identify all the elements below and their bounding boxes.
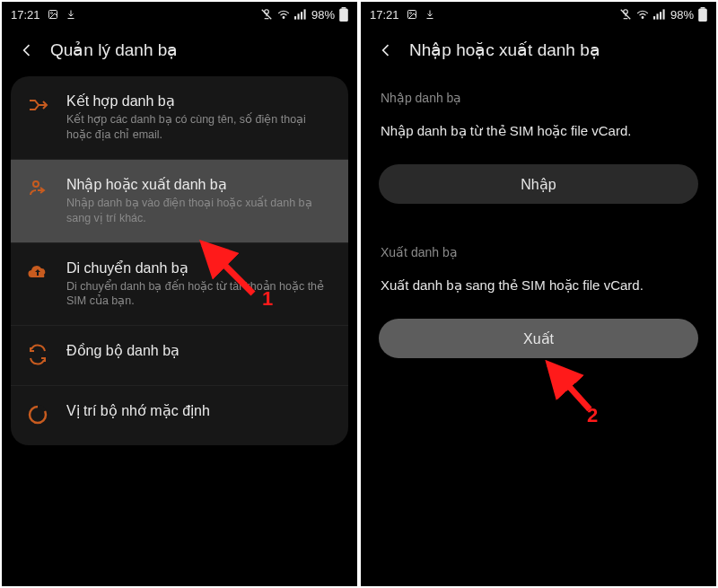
svg-point-16 [642, 17, 644, 19]
mute-icon [260, 8, 273, 21]
status-battery-pct: 98% [311, 8, 335, 22]
page-title: Nhập hoặc xuất danh bạ [409, 39, 600, 60]
item-title: Nhập hoặc xuất danh bạ [66, 176, 332, 193]
item-title: Vị trí bộ nhớ mặc định [66, 402, 332, 419]
svg-rect-9 [339, 9, 348, 22]
screenshot-icon [48, 9, 58, 20]
item-sub: Di chuyển danh bạ đến hoặc từ tài khoản … [66, 279, 332, 310]
cloud-upload-icon [27, 261, 50, 286]
import-label: Nhập danh bạ [381, 91, 696, 105]
status-time: 17:21 [370, 8, 399, 22]
annotation-number-2: 2 [587, 404, 598, 427]
item-title: Di chuyển danh bạ [66, 259, 332, 276]
settings-card: Kết hợp danh bạ Kết hợp các danh bạ có c… [11, 76, 348, 445]
download-icon [425, 9, 435, 20]
annotation-arrow-2 [536, 354, 608, 417]
svg-rect-21 [701, 7, 705, 9]
export-button[interactable]: Xuất [379, 319, 698, 358]
svg-rect-6 [301, 12, 302, 19]
download-icon [66, 9, 76, 20]
sync-icon [27, 344, 50, 369]
battery-icon [698, 7, 707, 22]
page-title: Quản lý danh bạ [50, 39, 178, 60]
svg-point-2 [265, 10, 269, 14]
export-text: Xuất danh bạ sang thẻ SIM hoặc file vCar… [381, 277, 696, 294]
svg-line-23 [549, 364, 590, 409]
signal-icon [653, 9, 666, 20]
item-sub: Nhập danh bạ vào điện thoại hoặc xuất da… [66, 196, 332, 226]
svg-rect-20 [662, 9, 664, 19]
phone-right: 17:21 98% Nhậ [361, 2, 716, 586]
screenshot-icon [407, 9, 417, 20]
phone-left: 17:21 98% Quả [2, 2, 357, 586]
back-icon[interactable] [377, 41, 395, 59]
svg-rect-17 [653, 16, 655, 20]
merge-icon [27, 94, 50, 119]
import-button[interactable]: Nhập [379, 164, 698, 204]
status-time: 17:21 [11, 8, 40, 22]
svg-rect-8 [342, 7, 346, 9]
back-icon[interactable] [18, 41, 36, 59]
item-title: Kết hợp danh bạ [66, 92, 332, 110]
export-section: Xuất danh bạ Xuất danh bạ sang thẻ SIM h… [361, 231, 716, 319]
wifi-icon [636, 9, 649, 20]
storage-icon [27, 404, 50, 429]
signal-icon [294, 9, 307, 20]
import-button-label: Nhập [521, 176, 556, 193]
item-default-storage[interactable]: Vị trí bộ nhớ mặc định [11, 385, 348, 445]
export-button-label: Xuất [523, 330, 554, 347]
export-label: Xuất danh bạ [381, 245, 696, 259]
svg-rect-22 [698, 9, 707, 22]
svg-point-14 [409, 13, 411, 14]
svg-rect-19 [660, 12, 661, 19]
item-merge-contacts[interactable]: Kết hợp danh bạ Kết hợp các danh bạ có c… [11, 76, 348, 159]
item-import-export[interactable]: Nhập hoặc xuất danh bạ Nhập danh bạ vào … [11, 159, 348, 242]
screen-header: Nhập hoặc xuất danh bạ [361, 27, 716, 76]
item-sub: Kết hợp các danh bạ có cùng tên, số điện… [66, 112, 332, 143]
import-text: Nhập danh bạ từ thẻ SIM hoặc file vCard. [381, 123, 696, 139]
svg-point-10 [33, 181, 39, 187]
item-title: Đồng bộ danh bạ [66, 342, 332, 359]
status-bar: 17:21 98% [2, 2, 357, 27]
svg-rect-7 [303, 9, 305, 19]
wifi-icon [277, 9, 290, 20]
svg-rect-4 [294, 16, 296, 20]
status-battery-pct: 98% [670, 8, 694, 22]
svg-point-15 [624, 10, 628, 14]
svg-rect-5 [297, 13, 299, 19]
svg-point-1 [50, 13, 52, 14]
import-section: Nhập danh bạ Nhập danh bạ từ thẻ SIM hoặ… [361, 76, 716, 164]
svg-rect-18 [656, 13, 658, 19]
item-move-contacts[interactable]: Di chuyển danh bạ Di chuyển danh bạ đến … [11, 242, 348, 326]
import-export-icon [27, 178, 50, 203]
mute-icon [619, 8, 632, 21]
screen-header: Quản lý danh bạ [2, 27, 357, 76]
battery-icon [339, 7, 348, 22]
item-sync-contacts[interactable]: Đồng bộ danh bạ [11, 325, 348, 385]
status-bar: 17:21 98% [361, 2, 716, 27]
svg-point-3 [283, 17, 285, 19]
